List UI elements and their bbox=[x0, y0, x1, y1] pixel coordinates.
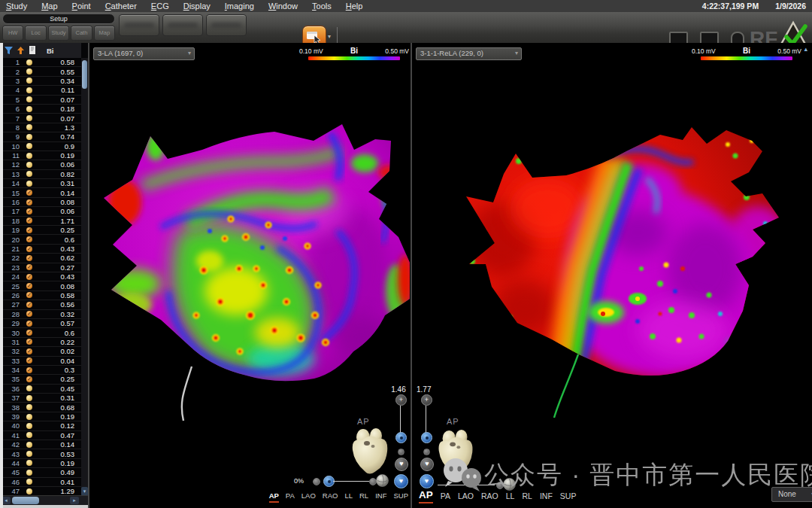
zoom-slider-track[interactable] bbox=[426, 406, 426, 433]
orientation-button[interactable]: AP bbox=[269, 491, 279, 503]
bi-column-header[interactable]: Bi bbox=[47, 47, 54, 55]
point-row[interactable]: 15 0.14 bbox=[0, 188, 81, 197]
toolbar-button-blurred-1[interactable] bbox=[119, 14, 159, 36]
menu-item[interactable]: Imaging bbox=[225, 2, 254, 11]
orientation-button[interactable]: RL bbox=[522, 491, 532, 503]
menu-item[interactable]: Study bbox=[6, 2, 27, 11]
orientation-button[interactable]: SUP bbox=[393, 491, 408, 503]
menu-item[interactable]: Help bbox=[346, 2, 363, 11]
zoom-slider-handle[interactable] bbox=[421, 432, 432, 443]
setup-button[interactable]: Map bbox=[94, 26, 115, 41]
point-row[interactable]: 19 0.25 bbox=[0, 226, 81, 235]
point-row[interactable]: 11 0.19 bbox=[0, 151, 81, 160]
point-row[interactable]: 27 0.56 bbox=[0, 300, 81, 309]
left-color-scale[interactable]: 0.10 mV Bi 0.50 mV bbox=[299, 47, 409, 60]
color-scale-bar[interactable] bbox=[701, 56, 792, 60]
menu-item[interactable]: Window bbox=[268, 2, 298, 11]
scrollbar-thumb[interactable] bbox=[82, 60, 87, 89]
point-row[interactable]: 31 0.22 bbox=[0, 338, 81, 347]
point-row[interactable]: 14 0.31 bbox=[0, 179, 81, 188]
point-row[interactable]: 35 0.25 bbox=[0, 375, 81, 384]
tag-filter-dropdown[interactable]: None ▾ bbox=[771, 487, 812, 502]
menu-item[interactable]: Map bbox=[41, 2, 57, 11]
point-row[interactable]: 21 0.43 bbox=[0, 245, 81, 254]
setup-button[interactable]: Study bbox=[48, 26, 69, 41]
heart-orientation-icon[interactable] bbox=[347, 426, 393, 480]
setup-button[interactable]: Loc bbox=[25, 26, 46, 41]
orientation-button[interactable]: AP bbox=[419, 489, 433, 503]
point-row[interactable]: 41 0.47 bbox=[0, 431, 81, 440]
orientation-button[interactable]: RL bbox=[359, 491, 368, 503]
left-map-selector[interactable]: 3-LA (1697, 0) ▾ bbox=[93, 47, 195, 60]
point-row[interactable]: 22 0.62 bbox=[0, 254, 81, 263]
menu-item[interactable]: Point bbox=[72, 2, 91, 11]
zoom-out-button[interactable] bbox=[398, 449, 404, 455]
point-row[interactable]: 6 0.18 bbox=[0, 105, 81, 114]
orientation-button[interactable]: RAO bbox=[323, 491, 338, 503]
scrollbar-thumb[interactable] bbox=[12, 497, 39, 504]
orientation-button[interactable]: SUP bbox=[560, 491, 577, 503]
point-row[interactable]: 45 0.49 bbox=[0, 468, 81, 477]
point-row[interactable]: 2 0.55 bbox=[0, 67, 81, 76]
color-scale-bar[interactable] bbox=[308, 56, 400, 60]
point-row[interactable]: 29 0.57 bbox=[0, 319, 81, 328]
point-row[interactable]: 36 0.45 bbox=[0, 385, 81, 394]
toolbar-button-blurred-2[interactable] bbox=[162, 14, 203, 36]
orientation-button[interactable]: LL bbox=[344, 491, 353, 503]
point-row[interactable]: 42 0.14 bbox=[0, 440, 81, 449]
orientation-button[interactable]: LAO bbox=[301, 491, 316, 503]
zoom-slider-track[interactable] bbox=[400, 406, 401, 433]
point-row[interactable]: 39 0.19 bbox=[0, 412, 81, 421]
zoom-in-button[interactable]: + bbox=[421, 394, 432, 406]
fill-decrease-button[interactable] bbox=[313, 478, 320, 485]
point-row[interactable]: 25 0.08 bbox=[0, 281, 81, 291]
setup-button[interactable]: HW bbox=[2, 26, 23, 41]
point-row[interactable]: 10 0.9 bbox=[0, 142, 81, 151]
sort-up-icon[interactable] bbox=[17, 47, 24, 54]
point-row[interactable]: 46 0.41 bbox=[0, 478, 81, 487]
menu-item[interactable]: Tools bbox=[312, 2, 332, 11]
menu-item[interactable]: ECG bbox=[151, 2, 169, 11]
fill-slider-track[interactable] bbox=[333, 481, 369, 482]
point-row[interactable]: 44 0.19 bbox=[0, 459, 81, 468]
point-row[interactable]: 3 0.34 bbox=[0, 77, 81, 86]
orientation-button[interactable]: INF bbox=[375, 491, 386, 503]
orientation-button[interactable]: LL bbox=[506, 491, 515, 503]
setup-button[interactable]: Cath bbox=[71, 26, 92, 41]
point-row[interactable]: 17 0.06 bbox=[0, 207, 81, 216]
right-map-selector[interactable]: 3-1-1-ReLA (229, 0) ▾ bbox=[416, 47, 522, 60]
point-row[interactable]: 20 0.6 bbox=[0, 235, 81, 244]
toolbar-button-blurred-3[interactable] bbox=[206, 14, 247, 36]
pane-divider[interactable] bbox=[411, 43, 412, 508]
point-row[interactable]: 18 1.71 bbox=[0, 217, 81, 226]
point-row[interactable]: 33 0.04 bbox=[0, 357, 81, 366]
zoom-out-button[interactable] bbox=[423, 449, 430, 455]
right-color-scale[interactable]: 0.10 mV Bi 0.50 mV bbox=[692, 47, 801, 60]
menu-item[interactable]: Catheter bbox=[105, 2, 137, 11]
point-row[interactable]: 16 0.08 bbox=[0, 198, 81, 207]
point-row[interactable]: 34 0.3 bbox=[0, 366, 81, 375]
map-column-icon[interactable] bbox=[29, 44, 36, 57]
zoom-in-button[interactable]: + bbox=[395, 394, 407, 406]
scroll-right-icon[interactable]: ▸ bbox=[70, 497, 79, 504]
point-row[interactable]: 30 0.6 bbox=[0, 328, 81, 337]
point-row[interactable]: 13 0.82 bbox=[0, 170, 81, 179]
heart-view-button[interactable]: ♥ bbox=[420, 458, 434, 471]
point-row[interactable]: 43 0.53 bbox=[0, 449, 81, 458]
point-row[interactable]: 40 0.12 bbox=[0, 421, 81, 430]
orientation-button[interactable]: PA bbox=[286, 491, 295, 503]
trackball-icon[interactable] bbox=[376, 474, 389, 490]
chevron-down-icon[interactable]: ▾ bbox=[328, 33, 331, 40]
point-row[interactable]: 5 0.07 bbox=[0, 96, 81, 105]
point-row[interactable]: 28 0.32 bbox=[0, 310, 81, 319]
point-row[interactable]: 24 0.43 bbox=[0, 272, 81, 281]
menu-item[interactable]: Display bbox=[183, 2, 211, 11]
sync-view-button[interactable]: ♥ bbox=[420, 474, 434, 488]
point-row[interactable]: 12 0.06 bbox=[0, 160, 81, 169]
point-row[interactable]: 32 0.02 bbox=[0, 347, 81, 356]
point-row[interactable]: 7 0.07 bbox=[0, 114, 81, 123]
heart-view-button[interactable]: ♥ bbox=[395, 458, 408, 471]
point-row[interactable]: 8 1.3 bbox=[0, 123, 81, 132]
sync-view-button[interactable]: ♥ bbox=[394, 474, 408, 488]
point-row[interactable]: 9 0.74 bbox=[0, 132, 81, 141]
